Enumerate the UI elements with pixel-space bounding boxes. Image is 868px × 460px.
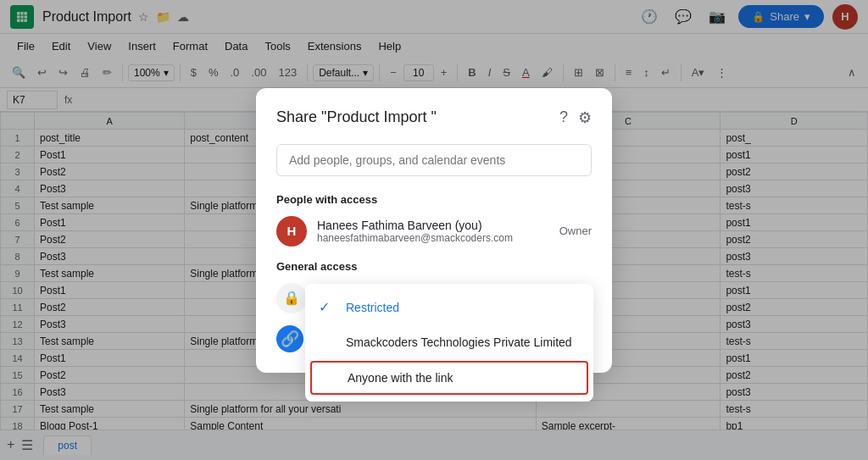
link-circle: 🔗 <box>276 325 303 352</box>
person-row: H Hanees Fathima Barveen (you) haneesfat… <box>276 216 592 247</box>
dropdown-item-smackcoders[interactable]: Smackcoders Technologies Private Limited <box>305 325 593 359</box>
person-info: Hanees Fathima Barveen (you) haneesfathi… <box>317 219 549 244</box>
dialog-header-icons: ? ⚙ <box>559 108 592 127</box>
access-dropdown-menu: ✓ Restricted Smackcoders Technologies Pr… <box>305 284 593 402</box>
dropdown-item-restricted[interactable]: ✓ Restricted <box>305 289 593 325</box>
person-email: haneesfathimabarveen@smackcoders.com <box>317 232 549 244</box>
dialog-help-icon[interactable]: ? <box>559 108 568 127</box>
people-section-title: People with access <box>276 193 592 206</box>
person-avatar: H <box>276 216 307 247</box>
dropdown-item-anyone[interactable]: Anyone with the link <box>310 361 588 395</box>
dialog-settings-icon[interactable]: ⚙ <box>578 108 592 127</box>
dialog-header: Share "Product Import " ? ⚙ <box>276 108 592 127</box>
person-role: Owner <box>559 224 592 237</box>
lock-circle: 🔒 <box>276 283 307 313</box>
person-name: Hanees Fathima Barveen (you) <box>317 219 549 232</box>
check-icon: ✓ <box>319 299 336 315</box>
share-people-input[interactable] <box>276 144 592 176</box>
general-access-title: General access <box>276 260 592 273</box>
dialog-title: Share "Product Import " <box>276 108 437 126</box>
